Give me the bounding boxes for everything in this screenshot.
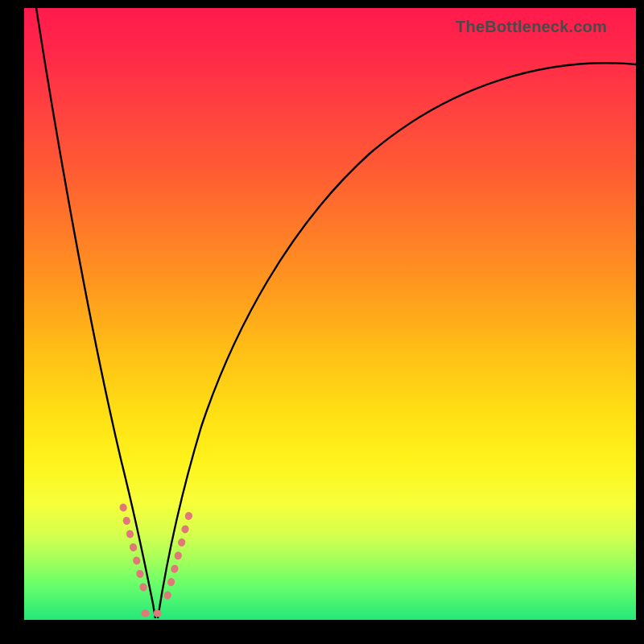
curve-right (158, 63, 636, 618)
marker-dots-left (123, 507, 147, 600)
chart-frame: TheBottleneck.com (0, 0, 644, 644)
bottleneck-curve (24, 8, 636, 620)
watermark-text: TheBottleneck.com (456, 18, 607, 36)
plot-area: TheBottleneck.com (24, 8, 636, 620)
curve-left (36, 8, 155, 618)
marker-dots-right (167, 511, 190, 596)
